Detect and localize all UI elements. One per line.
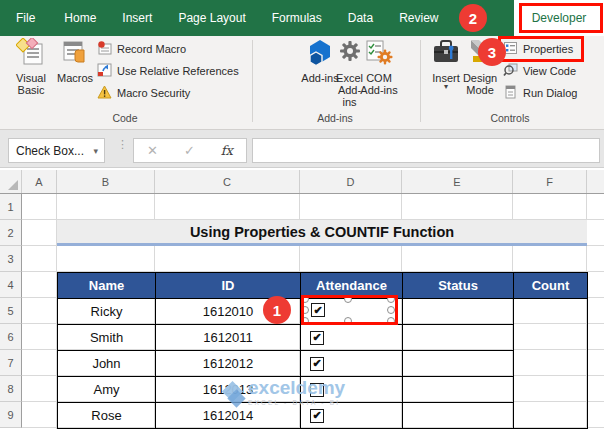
tab-formulas[interactable]: Formulas [259, 0, 335, 36]
ribbon-tab-bar: File Home Insert Page Layout Formulas Da… [0, 0, 604, 36]
record-macro-icon [97, 41, 112, 58]
developer-highlight-box [519, 3, 603, 33]
visual-basic-button[interactable]: Visual Basic [10, 38, 52, 96]
cell-id[interactable]: 1612014 [156, 403, 301, 429]
select-all-corner[interactable] [0, 170, 22, 193]
use-relative-references-button[interactable]: Use Relative References [97, 62, 239, 80]
row-headers: 1 2 3 4 5 6 7 8 9 [0, 194, 22, 428]
row-header-6[interactable]: 6 [0, 324, 22, 350]
macros-button[interactable]: Macros [54, 38, 96, 84]
use-relative-references-label: Use Relative References [117, 65, 239, 77]
com-add-ins-icon [364, 38, 394, 69]
column-header-a[interactable]: A [22, 170, 57, 193]
cell-id[interactable]: 1612011 [156, 325, 301, 351]
record-macro-button[interactable]: Record Macro [97, 40, 186, 58]
column-header-partial[interactable] [587, 170, 604, 193]
macros-icon [60, 38, 90, 69]
cancel-icon[interactable]: ✕ [147, 143, 158, 158]
record-macro-label: Record Macro [117, 43, 186, 55]
cell-status[interactable] [403, 351, 514, 377]
step-badge-1: 1 [263, 296, 291, 324]
view-code-label: View Code [523, 65, 576, 77]
insert-control-button[interactable]: Insert ▾ [427, 38, 465, 90]
row-header-9[interactable]: 9 [0, 402, 22, 428]
properties-highlight-box [498, 36, 584, 62]
tab-file[interactable]: File [0, 0, 51, 36]
cell-status[interactable] [403, 325, 514, 351]
cell-name[interactable]: John [58, 351, 156, 377]
cell-status[interactable] [403, 403, 514, 429]
tab-data[interactable]: Data [335, 0, 386, 36]
cell-status[interactable] [403, 299, 514, 325]
view-code-button[interactable]: View Code [503, 62, 576, 80]
formula-bar-separator: ⋮ [117, 142, 128, 147]
cell-name[interactable]: Smith [58, 325, 156, 351]
header-id[interactable]: ID [156, 273, 301, 299]
row-header-3[interactable]: 3 [0, 246, 22, 272]
macro-security-button[interactable]: Macro Security [97, 84, 190, 102]
formula-buttons: ✕ ✓ fx [133, 138, 247, 163]
macros-label: Macros [57, 72, 93, 84]
cell-id[interactable]: 1612013 [156, 377, 301, 403]
insert-function-icon[interactable]: fx [221, 143, 233, 158]
visual-basic-icon [16, 38, 46, 69]
com-add-ins-button[interactable]: COM Add-ins [360, 38, 398, 96]
name-box-value: Check Box... [16, 144, 84, 158]
sheet-title-cell[interactable]: Using Properties & COUNTIF Function [57, 220, 587, 246]
visual-basic-label: Visual Basic [10, 72, 52, 96]
checkbox-checked[interactable]: ✔ [310, 357, 324, 371]
sheet-title: Using Properties & COUNTIF Function [190, 224, 454, 240]
group-separator [252, 40, 253, 122]
run-dialog-button[interactable]: Run Dialog [503, 84, 577, 102]
tab-page-layout[interactable]: Page Layout [165, 0, 258, 36]
column-header-d[interactable]: D [300, 170, 402, 193]
macro-security-icon [97, 85, 112, 102]
header-name[interactable]: Name [58, 273, 156, 299]
column-header-b[interactable]: B [57, 170, 155, 193]
column-header-f[interactable]: F [513, 170, 587, 193]
step-badge-2: 2 [459, 4, 487, 32]
use-relative-references-icon [97, 63, 112, 80]
cell-count-merged[interactable] [514, 299, 588, 429]
name-box-dropdown-icon[interactable]: ▾ [93, 146, 98, 156]
tab-home[interactable]: Home [51, 0, 109, 36]
row-header-2[interactable]: 2 [0, 220, 22, 246]
checkbox-checked[interactable]: ✔ [310, 331, 324, 345]
column-header-e[interactable]: E [402, 170, 513, 193]
cell-attendance[interactable] [301, 377, 403, 403]
code-group-label: Code [85, 112, 165, 124]
cell-name[interactable]: Amy [58, 377, 156, 403]
column-header-c[interactable]: C [155, 170, 300, 193]
name-box[interactable]: Check Box... ▾ [8, 138, 105, 163]
enter-icon[interactable]: ✓ [184, 143, 195, 158]
table-row: Amy 1612013 [58, 377, 588, 403]
run-dialog-icon [503, 85, 518, 102]
cell-attendance[interactable]: ✔ [301, 403, 403, 429]
cell-status[interactable] [403, 377, 514, 403]
cell-id[interactable]: 1612012 [156, 351, 301, 377]
row-header-7[interactable]: 7 [0, 350, 22, 376]
row-header-8[interactable]: 8 [0, 376, 22, 402]
row-header-1[interactable]: 1 [0, 194, 22, 220]
table-row: Smith 1612011 ✔ [58, 325, 588, 351]
group-separator [420, 40, 421, 122]
cell-attendance[interactable]: ✔ [301, 325, 403, 351]
tab-insert[interactable]: Insert [109, 0, 165, 36]
checkbox-checked[interactable]: ✔ [310, 409, 324, 423]
view-code-icon [503, 63, 518, 80]
formula-input[interactable] [252, 138, 600, 163]
cell-name[interactable]: Ricky [58, 299, 156, 325]
checkbox-unchecked[interactable] [310, 383, 324, 397]
column-headers: A B C D E F [0, 170, 604, 194]
row-header-4[interactable]: 4 [0, 272, 22, 298]
tab-review[interactable]: Review [386, 0, 451, 36]
table-row: John 1612012 ✔ [58, 351, 588, 377]
cell-attendance[interactable]: ✔ [301, 351, 403, 377]
header-status[interactable]: Status [403, 273, 514, 299]
row-header-5[interactable]: 5 [0, 298, 22, 324]
add-ins-group-label: Add-ins [295, 112, 375, 124]
formula-bar: Check Box... ▾ ⋮ ✕ ✓ fx [0, 130, 604, 168]
com-add-ins-label: COM Add-ins [360, 72, 398, 96]
header-count[interactable]: Count [514, 273, 588, 299]
cell-name[interactable]: Rose [58, 403, 156, 429]
